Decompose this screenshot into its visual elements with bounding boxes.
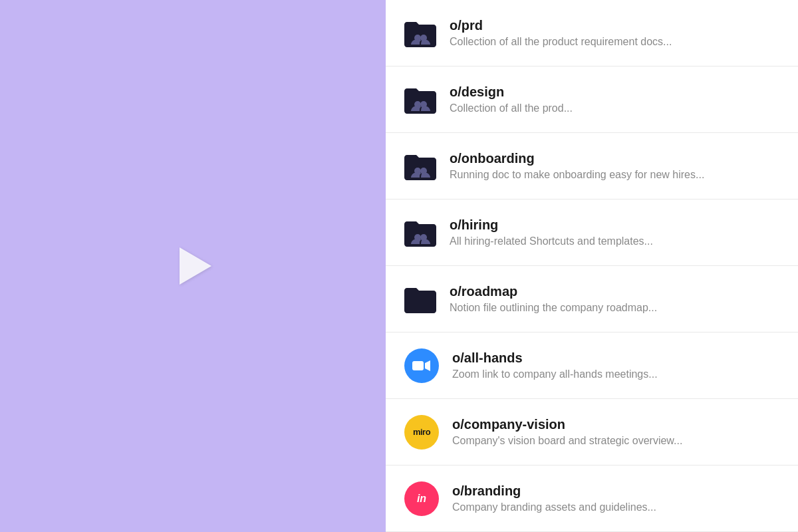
item-name: o/onboarding [450,151,704,166]
item-desc: All hiring-related Shortcuts and templat… [450,235,653,247]
item-text: o/hiring All hiring-related Shortcuts an… [450,217,653,247]
item-name: o/roadmap [450,284,657,299]
item-text: o/onboarding Running doc to make onboard… [450,151,704,181]
item-name: o/design [450,84,573,100]
list-item[interactable]: o/design Collection of all the prod... [386,66,798,133]
item-text: o/roadmap Notion file outlining the comp… [450,284,657,314]
item-name: o/company-vision [452,417,682,432]
folder-people-icon [404,19,436,47]
invision-icon: in [404,481,439,516]
item-name: o/all-hands [452,350,658,366]
item-text: o/company-vision Company's vision board … [452,417,682,447]
item-desc: Notion file outlining the company roadma… [450,302,657,314]
svg-rect-8 [412,361,424,370]
folder-icon [404,285,436,313]
miro-icon: miro [404,415,439,450]
item-name: o/branding [452,483,656,499]
play-icon[interactable] [180,247,211,285]
item-desc: Collection of all the prod... [450,102,573,114]
shortcuts-list: o/prd Collection of all the product requ… [386,0,798,532]
list-item[interactable]: in o/branding Company branding assets an… [386,466,798,532]
item-desc: Collection of all the product requiremen… [450,36,672,48]
item-desc: Zoom link to company all-hands meetings.… [452,368,658,380]
list-item[interactable]: o/hiring All hiring-related Shortcuts an… [386,200,798,266]
item-desc: Running doc to make onboarding easy for … [450,169,704,181]
item-text: o/prd Collection of all the product requ… [450,18,672,48]
list-item[interactable]: o/prd Collection of all the product requ… [386,0,798,66]
folder-people-icon [404,219,436,247]
zoom-icon [404,348,439,383]
item-text: o/branding Company branding assets and g… [452,483,656,513]
item-name: o/prd [450,18,672,33]
list-item[interactable]: o/all-hands Zoom link to company all-han… [386,332,798,399]
list-item[interactable]: miro o/company-vision Company's vision b… [386,399,798,466]
item-text: o/design Collection of all the prod... [450,84,573,114]
item-desc: Company's vision board and strategic ove… [452,435,682,447]
list-item[interactable]: o/roadmap Notion file outlining the comp… [386,266,798,332]
left-panel [0,0,386,532]
folder-people-icon [404,152,436,180]
item-name: o/hiring [450,217,653,233]
item-text: o/all-hands Zoom link to company all-han… [452,350,658,380]
list-item[interactable]: o/onboarding Running doc to make onboard… [386,133,798,200]
item-desc: Company branding assets and guidelines..… [452,501,656,513]
folder-people-icon [404,86,436,114]
